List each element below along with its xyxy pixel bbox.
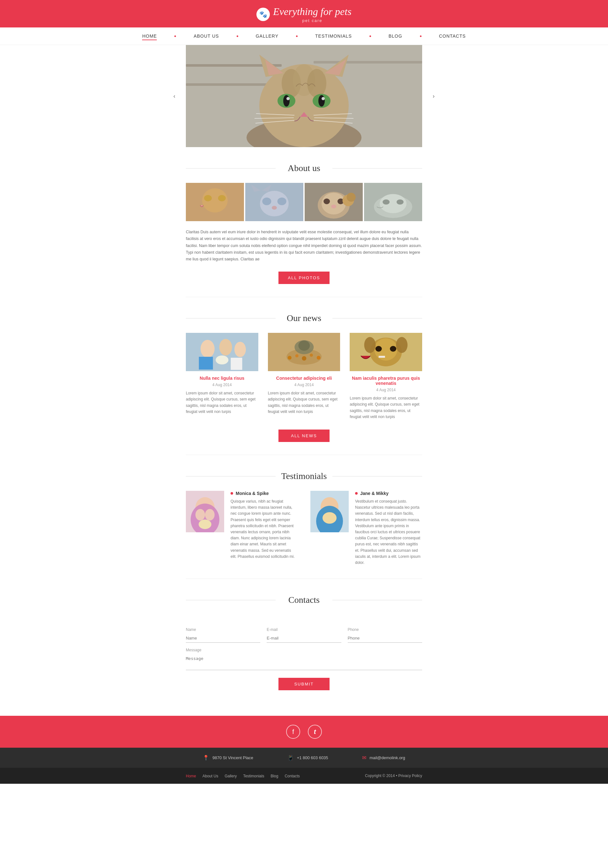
testimonial-2: Jane & Mikky Vestibulum et consequat jus… <box>310 491 422 566</box>
news-body-2: Lorem ipsum dolor sit amet, consectetur … <box>268 390 341 415</box>
message-input[interactable] <box>186 654 422 670</box>
news-date-2: 4 Aug 2014 <box>268 383 341 387</box>
footer-address-text: 9870 St Vincent Place <box>212 755 253 760</box>
message-field-wrap: Message <box>186 648 422 671</box>
news-image-2 <box>268 333 341 371</box>
footer-link-testimonials[interactable]: Testimonials <box>243 773 264 779</box>
nav-link-about[interactable]: ABOUT US <box>193 34 219 39</box>
news-title-3: Nam iaculis pharetra purus quis venenati… <box>350 376 422 386</box>
twitter-button[interactable]: t <box>308 725 322 739</box>
news-date-1: 4 Aug 2014 <box>186 383 258 387</box>
testimonial-1: Monica & Spike Quisque varius, nibh ac f… <box>186 491 298 560</box>
slider-prev-button[interactable]: ‹ <box>168 90 180 102</box>
news-card-3: Nam iaculis pharetra purus quis venenati… <box>350 333 422 420</box>
about-photo-2 <box>245 183 303 221</box>
nav-link-blog[interactable]: BLOG <box>389 34 402 39</box>
footer-email: ✉ mail@demolink.org <box>362 755 405 761</box>
message-label: Message <box>186 648 422 652</box>
submit-button[interactable]: SUBMIT <box>278 678 330 690</box>
svg-point-51 <box>397 200 404 205</box>
contacts-title: Contacts <box>186 595 422 605</box>
nav-item-gallery[interactable]: GALLERY <box>256 33 278 39</box>
email-input[interactable] <box>267 634 341 643</box>
svg-point-85 <box>322 512 337 524</box>
phone-input[interactable] <box>348 634 422 643</box>
news-title-2: Consectetur adipiscing eli <box>268 376 341 381</box>
nav-item-home[interactable]: HOME <box>142 33 157 39</box>
testimonials-section: Testimonials Monica & Spike Q <box>186 455 422 578</box>
slider-wrapper: ‹ <box>186 45 422 147</box>
footer-copyright: Copyright © 2014 • Privacy Policy <box>365 773 422 778</box>
footer-link-gallery[interactable]: Gallery <box>224 773 236 779</box>
svg-point-36 <box>262 198 271 205</box>
facebook-button[interactable]: f <box>286 725 300 739</box>
all-news-button[interactable]: ALL NEWS <box>278 429 330 442</box>
footer-link-blog[interactable]: Blog <box>271 773 278 779</box>
footer-phone-text: +1 800 603 6035 <box>297 755 328 760</box>
logo-icon: 🐾 <box>257 8 270 21</box>
testimonials-title: Testimonials <box>186 471 422 481</box>
nav-link-testimonials[interactable]: TESTIMONIALS <box>315 34 352 39</box>
testimonial-photo-2 <box>310 491 349 532</box>
news-img1-illustration <box>186 333 258 371</box>
nav-list: HOME ABOUT US GALLERY TESTIMONIALS BLOG … <box>0 33 608 39</box>
svg-point-62 <box>295 354 298 357</box>
all-photos-button[interactable]: ALL PHOTOS <box>278 271 330 284</box>
slider-next-button[interactable]: › <box>428 90 440 102</box>
testimonial-text-2: Vestibulum et consequat justo. Nascetur … <box>355 499 422 566</box>
news-image-1 <box>186 333 258 371</box>
facebook-icon: f <box>292 728 294 736</box>
phone-label: Phone <box>348 628 422 632</box>
svg-point-50 <box>383 200 390 205</box>
twitter-icon: t <box>314 728 316 736</box>
testimonial-content-2: Jane & Mikky Vestibulum et consequat jus… <box>355 491 422 566</box>
about-photo-3 <box>305 183 363 221</box>
svg-rect-57 <box>231 358 243 370</box>
footer-link-contacts[interactable]: Contacts <box>285 773 300 779</box>
about-title: About us <box>186 163 422 173</box>
nav-item-testimonials[interactable]: TESTIMONIALS <box>315 33 352 39</box>
svg-rect-75 <box>379 356 385 358</box>
svg-point-79 <box>196 509 205 521</box>
testimonials-grid: Monica & Spike Quisque varius, nibh ac f… <box>186 491 422 566</box>
svg-point-31 <box>218 195 226 202</box>
social-icons: f t <box>0 725 608 739</box>
footer-info: 📍 9870 St Vincent Place 📱 +1 800 603 603… <box>0 748 608 768</box>
testimonial-photo-1 <box>186 491 224 532</box>
testimonial-dot-2 <box>355 492 358 494</box>
logo: 🐾 Everything for pets pet care <box>0 6 608 23</box>
nav-dot-3 <box>294 33 299 39</box>
news-title-1: Nulla nec ligula risus <box>186 376 258 381</box>
form-row-1: Name E-mail Phone <box>186 628 422 643</box>
footer-info-inner: 📍 9870 St Vincent Place 📱 +1 800 603 603… <box>186 755 422 761</box>
svg-point-61 <box>288 356 292 360</box>
testimonial-text-1: Quisque varius, nibh ac feugiat interdum… <box>230 499 298 560</box>
svg-point-58 <box>216 355 228 364</box>
nav-link-gallery[interactable]: GALLERY <box>256 34 278 39</box>
footer-email-text: mail@demolink.org <box>370 755 405 760</box>
svg-point-30 <box>204 195 212 202</box>
svg-point-64 <box>310 353 313 357</box>
about-section: About us <box>186 147 422 297</box>
nav-link-home[interactable]: HOME <box>142 34 157 40</box>
svg-rect-2 <box>186 83 275 86</box>
footer-link-home[interactable]: Home <box>186 773 196 779</box>
nav-item-blog[interactable]: BLOG <box>389 33 402 39</box>
name-input[interactable] <box>186 634 260 643</box>
testimonial-content-1: Monica & Spike Quisque varius, nibh ac f… <box>230 491 298 560</box>
testimonial2-illustration <box>310 491 349 532</box>
testimonial-name-2: Jane & Mikky <box>355 491 422 496</box>
footer-link-about[interactable]: About Us <box>202 773 218 779</box>
svg-point-37 <box>277 198 286 205</box>
svg-point-15 <box>283 95 290 107</box>
svg-point-72 <box>396 337 408 353</box>
hero-slider: ‹ <box>160 45 448 147</box>
nav-dot-4 <box>368 33 373 39</box>
nav-item-contacts[interactable]: CONTACTS <box>439 33 466 39</box>
nav-item-about[interactable]: ABOUT US <box>193 33 219 39</box>
svg-point-54 <box>219 339 232 355</box>
header: 🐾 Everything for pets pet care <box>0 0 608 28</box>
logo-text: Everything for pets <box>273 6 351 17</box>
nav-link-contacts[interactable]: CONTACTS <box>439 34 466 39</box>
nav-dot-1 <box>173 33 177 39</box>
